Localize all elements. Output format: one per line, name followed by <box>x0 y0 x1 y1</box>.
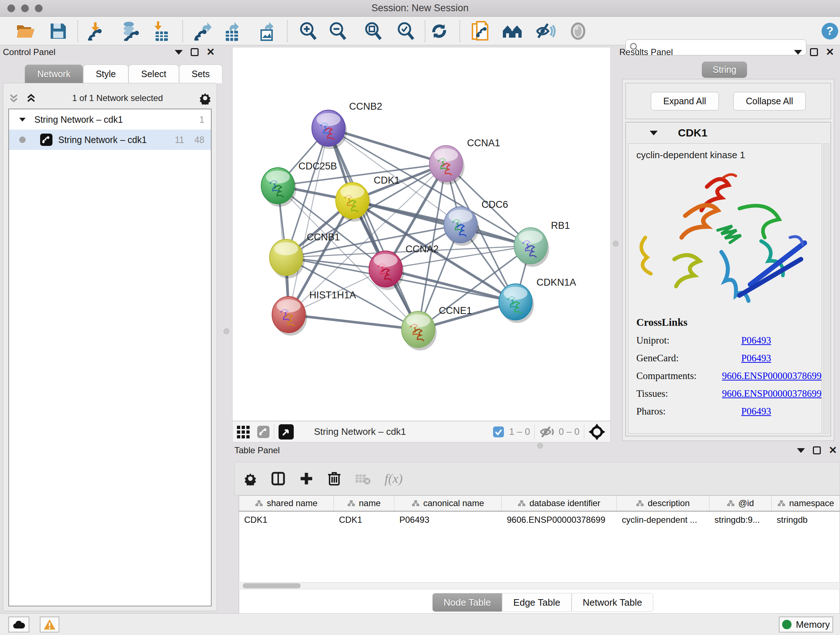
crosslink-link[interactable]: 9606.ENSP00000378699 <box>722 371 821 382</box>
open-session-button[interactable] <box>16 21 36 41</box>
zoom-out-button[interactable] <box>328 21 348 41</box>
window-zoom-button[interactable] <box>35 4 43 12</box>
center-view-crosshair-icon[interactable] <box>589 424 605 440</box>
selected-checkbox-icon[interactable] <box>493 426 505 438</box>
gene-section-header[interactable]: CDK1 <box>626 122 831 143</box>
node-CCNA1[interactable]: CCNA1 <box>429 138 500 185</box>
copy-network-button[interactable] <box>470 21 491 41</box>
tab-sets[interactable]: Sets <box>179 65 223 83</box>
hidden-eye-slash-icon[interactable] <box>539 425 555 439</box>
export-network-button[interactable] <box>193 21 213 41</box>
maximize-panel-icon[interactable] <box>191 48 199 56</box>
crosslink-link[interactable]: P06493 <box>741 406 771 417</box>
warnings-button[interactable] <box>40 616 59 632</box>
node-HIST1H1A[interactable]: HIST1H1A <box>272 290 356 336</box>
node-CDC25B[interactable]: CDC25B <box>261 161 337 207</box>
close-panel-icon[interactable]: ✕ <box>826 48 834 56</box>
tab-select[interactable]: Select <box>128 65 179 83</box>
svg-text:?: ? <box>826 24 834 37</box>
crosslink-label: Pharos: <box>636 406 741 417</box>
help-button[interactable]: ? <box>820 21 840 41</box>
close-panel-icon[interactable]: ✕ <box>207 48 215 56</box>
float-panel-icon[interactable] <box>175 50 183 55</box>
tab-node-table[interactable]: Node Table <box>432 593 502 612</box>
column-header-description[interactable]: description <box>617 496 709 511</box>
edge-HIST1H1A-CCNE1[interactable] <box>289 315 418 329</box>
edge-CCNB2-HIST1H1A[interactable] <box>289 128 328 315</box>
right-splitter-handle[interactable] <box>613 241 619 247</box>
tab-style[interactable]: Style <box>83 65 129 83</box>
float-panel-icon[interactable] <box>794 50 802 55</box>
zoom-selected-button[interactable] <box>396 21 416 41</box>
tab-string[interactable]: String <box>702 62 747 78</box>
add-column-icon[interactable] <box>299 471 314 486</box>
hide-unhide-button[interactable] <box>535 21 556 41</box>
window-close-button[interactable] <box>7 4 15 12</box>
network-canvas[interactable]: CCNB2CCNA1CDC25BCDK1CDC6RB1CCNB1CCNA2CDK… <box>232 47 611 421</box>
maximize-panel-icon[interactable] <box>810 48 818 56</box>
zoom-in-button[interactable] <box>298 21 318 41</box>
cell-description[interactable]: cyclin-dependent ... <box>617 511 709 528</box>
cell-canonicalname[interactable]: P06493 <box>394 511 502 528</box>
spherical-view-button[interactable] <box>568 21 588 41</box>
cell-id[interactable]: stringdb:9... <box>709 511 772 528</box>
apply-layout-button[interactable] <box>429 21 449 41</box>
column-header-canonicalname[interactable]: canonical name <box>394 496 502 511</box>
memory-button[interactable]: Memory <box>779 616 833 632</box>
show-columns-icon[interactable] <box>271 471 286 486</box>
tab-network[interactable]: Network <box>25 65 83 83</box>
collapse-all-button[interactable]: Collapse All <box>733 92 806 111</box>
tab-edge-table[interactable]: Edge Table <box>502 593 572 612</box>
network-collection-row[interactable]: String Network – cdk1 1 <box>9 109 211 130</box>
results-scrollbar[interactable] <box>823 143 829 434</box>
network-selection-status: 1 of 1 Network selected <box>36 93 199 103</box>
section-expand-icon[interactable] <box>650 131 658 135</box>
memory-status-dot <box>782 620 791 629</box>
cell-name[interactable]: CDK1 <box>334 511 394 528</box>
crosslink-link[interactable]: P06493 <box>741 335 771 346</box>
table-row[interactable]: CDK1CDK1P064939606.ENSP00000378699cyclin… <box>239 511 840 528</box>
node-RB1[interactable]: RB1 <box>514 220 570 267</box>
table-hscrollbar[interactable] <box>239 582 840 589</box>
collection-expand-icon[interactable] <box>19 118 26 121</box>
network-row[interactable]: String Network – cdk1 11 48 <box>9 130 211 150</box>
column-header-namespace[interactable]: namespace <box>772 496 840 511</box>
delete-column-trash-icon[interactable] <box>327 471 341 486</box>
grid-view-icon[interactable] <box>236 424 251 440</box>
gear-icon[interactable] <box>199 92 212 105</box>
column-header-name[interactable]: name <box>334 496 394 511</box>
column-header-sharedname[interactable]: shared name <box>239 496 334 511</box>
expand-all-button[interactable]: Expand All <box>651 92 719 111</box>
column-header-id[interactable]: @id <box>709 496 772 511</box>
network-share-view-icon[interactable] <box>257 426 270 438</box>
maximize-panel-icon[interactable] <box>813 447 821 454</box>
column-header-databaseidentifier[interactable]: database identifier <box>502 496 617 511</box>
left-splitter-handle[interactable] <box>224 328 229 334</box>
cell-namespace[interactable]: stringdb <box>772 511 840 528</box>
export-image-button[interactable] <box>257 21 278 41</box>
import-table-button[interactable] <box>151 21 171 41</box>
close-panel-icon[interactable]: ✕ <box>829 447 837 454</box>
cell-sharedname[interactable]: CDK1 <box>239 511 334 528</box>
table-hscrollbar-thumb[interactable] <box>243 583 301 588</box>
window-minimize-button[interactable] <box>21 4 29 12</box>
node-CCNE1[interactable]: CCNE1 <box>401 305 472 350</box>
string-home-button[interactable] <box>502 21 523 41</box>
node-CDKN1A[interactable]: CDKN1A <box>499 277 576 323</box>
automation-cloud-button[interactable] <box>8 616 29 632</box>
string-network-graph[interactable]: CCNB2CCNA1CDC25BCDK1CDC6RB1CCNB1CCNA2CDK… <box>233 48 610 421</box>
collapse-all-icon[interactable] <box>8 93 19 103</box>
save-session-button[interactable] <box>48 21 68 41</box>
birds-eye-view-button[interactable] <box>279 424 294 440</box>
import-network-database-button[interactable] <box>120 21 141 41</box>
cell-databaseidentifier[interactable]: 9606.ENSP00000378699 <box>502 511 617 528</box>
table-settings-gear-icon[interactable] <box>243 472 257 486</box>
export-table-button[interactable] <box>223 21 243 41</box>
crosslink-link[interactable]: P06493 <box>741 353 771 364</box>
tab-network-table[interactable]: Network Table <box>572 593 653 612</box>
zoom-fit-button[interactable] <box>363 21 384 41</box>
import-network-file-button[interactable] <box>86 21 106 41</box>
float-panel-icon[interactable] <box>797 448 805 453</box>
expand-all-icon[interactable] <box>26 93 36 103</box>
crosslink-link[interactable]: 9606.ENSP00000378699 <box>722 388 821 399</box>
